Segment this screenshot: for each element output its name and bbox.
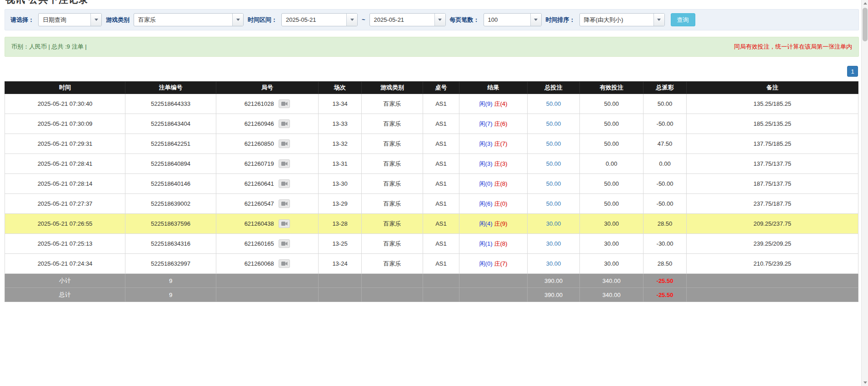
summary-bar: 币别：人民币 | 总共 :9 注单 | 同局有效投注，统一计算在该局第一张注单内 <box>5 37 859 57</box>
date-from-dropdown[interactable] <box>281 13 358 26</box>
result-player: 闲(0) <box>479 180 493 187</box>
video-replay-button[interactable] <box>279 119 290 128</box>
cell-table-no: AS1 <box>423 214 459 234</box>
time-sort-label: 时间排序： <box>546 16 575 24</box>
cell-time: 2025-05-21 07:29:31 <box>5 134 125 154</box>
cell-session: 13-24 <box>319 254 362 274</box>
cell-payout: -50.00 <box>644 174 687 194</box>
bet-record-row: 2025-05-21 07:29:31 522518642251 6212608… <box>5 134 858 154</box>
cell-round: 621260438 <box>216 214 319 234</box>
date-from-dropdown-arrow[interactable] <box>346 14 357 26</box>
video-camera-icon <box>281 201 288 206</box>
result-banker: 庄(3) <box>494 160 508 167</box>
bet-record-row: 2025-05-21 07:25:13 522518634316 6212601… <box>5 234 858 254</box>
cell-table-no: AS1 <box>423 94 459 114</box>
game-type-input[interactable] <box>134 14 232 26</box>
grand-total-empty-cell <box>362 288 423 302</box>
total-bet-link[interactable]: 30.00 <box>546 260 561 267</box>
page-size-input[interactable] <box>484 14 530 26</box>
video-replay-button[interactable] <box>279 159 290 168</box>
cell-note: 210.75/239.25 <box>687 254 858 274</box>
total-bet-link[interactable]: 50.00 <box>546 100 561 107</box>
video-replay-button[interactable] <box>279 139 290 148</box>
cell-time: 2025-05-21 07:26:55 <box>5 214 125 234</box>
time-sort-dropdown-arrow[interactable] <box>653 14 664 26</box>
scrollbar-down-arrow[interactable] <box>862 379 868 386</box>
cell-game-type: 百家乐 <box>362 194 423 214</box>
date-from-input[interactable] <box>282 14 346 26</box>
video-replay-button[interactable] <box>279 219 290 228</box>
grand-total-valid-bet: 340.00 <box>580 288 644 302</box>
table-header-row: 时间注单编号局号场次游戏类别桌号结果总投注有效投注总派彩备注 <box>5 82 858 94</box>
total-bet-link[interactable]: 30.00 <box>546 240 561 247</box>
page-size-dropdown-arrow[interactable] <box>530 14 541 26</box>
game-type-dropdown[interactable] <box>134 13 244 26</box>
column-header: 场次 <box>319 82 362 94</box>
query-mode-input[interactable] <box>39 14 90 26</box>
date-to-dropdown[interactable] <box>369 13 446 26</box>
video-replay-button[interactable] <box>279 239 290 248</box>
video-replay-button[interactable] <box>279 179 290 188</box>
query-mode-dropdown[interactable] <box>38 13 102 26</box>
cell-note: 185.25/135.25 <box>687 114 858 134</box>
round-number: 621260719 <box>244 160 274 167</box>
total-bet-link[interactable]: 50.00 <box>546 160 561 167</box>
column-header: 桌号 <box>423 82 459 94</box>
cell-session: 13-32 <box>319 134 362 154</box>
pagination-page-1-button[interactable]: 1 <box>847 66 858 77</box>
total-bet-link[interactable]: 50.00 <box>546 120 561 127</box>
video-replay-button[interactable] <box>279 199 290 208</box>
pagination: 1 <box>5 66 858 77</box>
cell-result: 闲(4)庄(9) <box>459 214 528 234</box>
result-player: 闲(1) <box>479 240 493 247</box>
cell-session: 13-31 <box>319 154 362 174</box>
chevron-down-icon <box>438 19 442 21</box>
cell-result: 闲(3)庄(7) <box>459 134 528 154</box>
cell-table-no: AS1 <box>423 194 459 214</box>
vertical-scrollbar[interactable] <box>861 0 868 386</box>
date-to-dropdown-arrow[interactable] <box>434 14 445 26</box>
result-banker: 庄(8) <box>494 180 508 187</box>
date-to-input[interactable] <box>370 14 434 26</box>
cell-bet-id: 522518640894 <box>125 154 216 174</box>
cell-valid-bet: 30.00 <box>580 214 644 234</box>
cell-total-bet: 50.00 <box>528 194 580 214</box>
video-replay-button[interactable] <box>279 259 290 268</box>
total-bet-link[interactable]: 30.00 <box>546 220 561 227</box>
total-bet-link[interactable]: 50.00 <box>546 180 561 187</box>
cell-payout: 0.00 <box>644 154 687 174</box>
video-replay-button[interactable] <box>279 99 290 108</box>
total-bet-link[interactable]: 50.00 <box>546 200 561 207</box>
time-sort-input[interactable] <box>580 14 653 26</box>
cell-round: 621260068 <box>216 254 319 274</box>
video-camera-icon <box>281 221 288 226</box>
time-sort-dropdown[interactable] <box>579 13 665 26</box>
scrollbar-up-arrow[interactable] <box>862 0 868 7</box>
cell-game-type: 百家乐 <box>362 234 423 254</box>
total-bet-link[interactable]: 50.00 <box>546 140 561 147</box>
cell-valid-bet: 50.00 <box>580 174 644 194</box>
round-number: 621260641 <box>244 180 274 187</box>
result-banker: 庄(9) <box>494 220 508 227</box>
time-range-label: 时间区间： <box>248 16 277 24</box>
cell-result: 闲(0)庄(7) <box>459 254 528 274</box>
query-mode-dropdown-arrow[interactable] <box>90 14 101 26</box>
cell-table-no: AS1 <box>423 174 459 194</box>
cell-bet-id: 522518643404 <box>125 114 216 134</box>
result-banker: 庄(7) <box>494 260 508 267</box>
grand-total-empty-cell <box>687 288 858 302</box>
result-player: 闲(0) <box>479 260 493 267</box>
game-type-dropdown-arrow[interactable] <box>232 14 243 26</box>
scrollbar-thumb[interactable] <box>863 8 868 41</box>
cell-total-bet: 50.00 <box>528 114 580 134</box>
subtotal-total-bet: 390.00 <box>528 274 580 288</box>
cell-bet-id: 522518640146 <box>125 174 216 194</box>
cell-round: 621260165 <box>216 234 319 254</box>
video-camera-icon <box>281 161 288 166</box>
cell-payout: -50.00 <box>644 114 687 134</box>
page-size-dropdown[interactable] <box>484 13 542 26</box>
search-button[interactable]: 查询 <box>671 13 695 26</box>
cell-total-bet: 30.00 <box>528 254 580 274</box>
cell-bet-id: 522518644333 <box>125 94 216 114</box>
cell-payout: 50.00 <box>644 94 687 114</box>
